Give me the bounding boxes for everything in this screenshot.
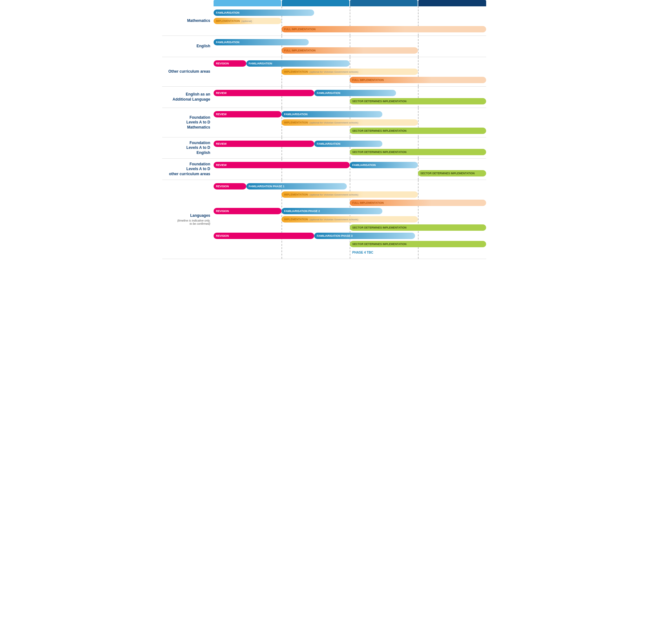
sections-container: MathematicsFAMILIARISATIONIMPLEMENTATION…: [162, 6, 486, 259]
bar-other-curriculum-2: FULL IMPLEMENTATION: [350, 77, 486, 83]
section-label-english: English: [162, 36, 214, 57]
bars-area-foundation-english: REVIEWFAMILIARISATIONSECTOR DETERMINES I…: [214, 138, 486, 158]
bar-mathematics-1: IMPLEMENTATION(optional): [214, 18, 282, 24]
section-label-mathematics: Mathematics: [162, 6, 214, 36]
year-2027-header: [418, 0, 486, 6]
bar-foundation-other-1: SECTOR DETERMINES IMPLEMENTATION: [418, 170, 486, 176]
bar-english-1: FULL IMPLEMENTATION: [281, 47, 418, 54]
bar-languages-6: FAMILIARISATION PHASE 3: [314, 233, 415, 239]
bar-foundation-maths-2: SECTOR DETERMINES IMPLEMENTATION: [350, 127, 486, 134]
bar-languages-1: IMPLEMENTATION(optional for Victorian Go…: [281, 192, 418, 198]
bar-languages-3: REVISION: [214, 208, 282, 214]
bars-area-foundation-other: REVIEWFAMILIARISATIONSECTOR DETERMINES I…: [214, 159, 486, 180]
section-row-eal: English as an Additional LanguageREVIEWF…: [162, 87, 486, 108]
bar-mathematics-2: FULL IMPLEMENTATION: [281, 26, 486, 33]
bar-other-curriculum-1: IMPLEMENTATION(optional for Victorian Go…: [281, 68, 418, 75]
bar-foundation-maths-0: REVIEW: [214, 111, 282, 117]
bars-area-eal: REVIEWFAMILIARISATIONSECTOR DETERMINES I…: [214, 87, 486, 108]
bar-eal-0: REVIEW: [214, 90, 315, 96]
bars-area-languages: REVISIONFAMILIARISATION PHASE 1IMPLEMENT…: [214, 180, 486, 259]
bar-languages-5: SECTOR DETERMINES IMPLEMENTATION: [350, 224, 486, 231]
section-row-languages: Languages(timeline is indicative only, t…: [162, 180, 486, 259]
bar-languages-8: PHASE 4 TBC: [350, 249, 404, 256]
bar-languages-0: FAMILIARISATION PHASE 1: [246, 183, 347, 190]
year-2024-header: [214, 0, 281, 6]
section-row-english: EnglishFAMILIARISATIONFULL IMPLEMENTATIO…: [162, 36, 486, 57]
bars-area-other-curriculum: REVISIONFAMILIARISATIONIMPLEMENTATION(op…: [214, 57, 486, 86]
section-row-other-curriculum: Other curriculum areasREVISIONFAMILIARIS…: [162, 57, 486, 87]
bar-foundation-maths-0: FAMILIARISATION: [281, 111, 382, 117]
section-row-foundation-maths: Foundation Levels A to D MathematicsREVI…: [162, 108, 486, 138]
bar-languages-0: REVISION: [214, 183, 246, 190]
section-row-mathematics: MathematicsFAMILIARISATIONIMPLEMENTATION…: [162, 6, 486, 36]
bar-english-0: FAMILIARISATION: [214, 39, 309, 45]
bar-other-curriculum-0: FAMILIARISATION: [246, 60, 350, 67]
bar-other-curriculum-0: REVISION: [214, 60, 246, 67]
bars-area-mathematics: FAMILIARISATIONIMPLEMENTATION(optional)F…: [214, 6, 486, 36]
section-label-other-curriculum: Other curriculum areas: [162, 57, 214, 86]
bar-foundation-maths-1: IMPLEMENTATION(optional for Victorian Go…: [281, 119, 418, 126]
bar-foundation-english-1: SECTOR DETERMINES IMPLEMENTATION: [350, 149, 486, 155]
bar-languages-6: REVISION: [214, 233, 315, 239]
bar-foundation-english-0: REVIEW: [214, 141, 315, 147]
bar-foundation-english-0: FAMILIARISATION: [314, 141, 382, 147]
bar-languages-7: SECTOR DETERMINES IMPLEMENTATION: [350, 241, 486, 247]
chart-container: MathematicsFAMILIARISATIONIMPLEMENTATION…: [162, 0, 486, 259]
section-label-foundation-maths: Foundation Levels A to D Mathematics: [162, 108, 214, 137]
bar-eal-0: FAMILIARISATION: [314, 90, 396, 96]
bar-languages-2: FULL IMPLEMENTATION: [350, 200, 486, 206]
bar-languages-3: FAMILIARISATION PHASE 2: [281, 208, 382, 214]
section-label-foundation-english: Foundation Levels A to D English: [162, 138, 214, 158]
section-label-foundation-other: Foundation Levels A to D other curriculu…: [162, 159, 214, 180]
section-label-languages: Languages(timeline is indicative only, t…: [162, 180, 214, 259]
header-row: [214, 0, 486, 6]
year-2025-header: [282, 0, 349, 6]
section-row-foundation-other: Foundation Levels A to D other curriculu…: [162, 159, 486, 180]
bars-area-foundation-maths: REVIEWFAMILIARISATIONIMPLEMENTATION(opti…: [214, 108, 486, 137]
bar-eal-1: SECTOR DETERMINES IMPLEMENTATION: [350, 98, 486, 104]
bar-mathematics-0: FAMILIARISATION: [214, 9, 315, 16]
section-row-foundation-english: Foundation Levels A to D EnglishREVIEWFA…: [162, 138, 486, 159]
bar-foundation-other-0: FAMILIARISATION: [350, 162, 418, 168]
bar-foundation-other-0: REVIEW: [214, 162, 350, 168]
year-2026-header: [350, 0, 418, 6]
bars-area-english: FAMILIARISATIONFULL IMPLEMENTATION: [214, 36, 486, 57]
bar-languages-4: IMPLEMENTATION(optional for Victorian Go…: [281, 216, 418, 222]
section-label-eal: English as an Additional Language: [162, 87, 214, 108]
